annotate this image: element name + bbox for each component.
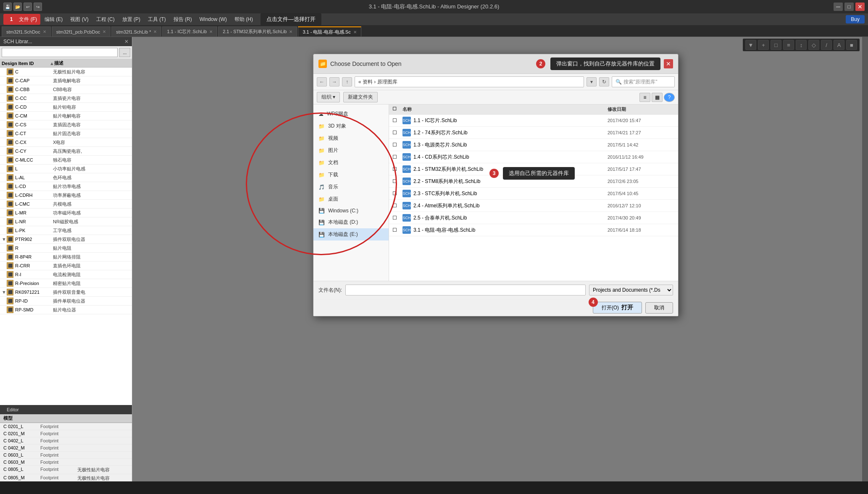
view-icons-btn[interactable]: ▦ <box>652 93 663 102</box>
library-item[interactable]: ⬛ C 无极性贴片电容 <box>0 68 132 76</box>
tab-close-3[interactable]: ✕ <box>209 29 213 34</box>
file-item[interactable]: ☐ SCH 1.1 - IC芯片.SchLib 2017/4/20 15:47 <box>389 115 678 127</box>
nav-item[interactable]: 📁视频 <box>313 132 389 144</box>
library-item[interactable]: ⬛ L-AL 色环电感 <box>0 173 132 182</box>
library-item[interactable]: ⬛ R-8P4R 贴片网络排阻 <box>0 253 132 261</box>
filename-input[interactable] <box>345 285 586 295</box>
library-item[interactable]: ⬛ RP-ID 插件单联电位器 <box>0 297 132 306</box>
toolbar-save[interactable]: 💾 <box>3 3 12 11</box>
menu-help[interactable]: 帮助 (H) <box>231 15 256 24</box>
file-checkbox[interactable]: ☐ <box>392 118 402 123</box>
menu-place[interactable]: 放置 (P) <box>119 15 144 24</box>
file-checkbox[interactable]: ☐ <box>392 215 402 221</box>
nav-item[interactable]: 📁3D 对象 <box>313 120 389 132</box>
organize-btn[interactable]: 组织 ▾ <box>317 92 340 102</box>
library-item[interactable]: ⬛ R-CRR 直插色环电阻 <box>0 261 132 270</box>
file-item[interactable]: ☐ SCH 3.1 - 电阻-电容-电感.SchLib 2017/6/14 18… <box>389 224 678 236</box>
filetype-select[interactable]: Projects and Documents (*.Ds <box>589 285 673 295</box>
library-item[interactable]: ⬛ R-I 电流检测电阻 <box>0 270 132 279</box>
nav-item[interactable]: 📁下载 <box>313 169 389 181</box>
panel-close-icon[interactable]: ✕ <box>124 39 129 44</box>
search-box[interactable]: 🔍 搜索"原理图库" <box>612 76 675 87</box>
library-item[interactable]: ⬛ R-Precision 精密贴片电阻 <box>0 279 132 288</box>
library-item[interactable]: ⬛ L 小功率贴片电感 <box>0 165 132 173</box>
file-checkbox[interactable]: ☐ <box>392 154 402 160</box>
new-folder-btn[interactable]: 新建文件夹 <box>343 92 378 102</box>
view-help-btn[interactable]: ? <box>664 93 675 102</box>
tab-0[interactable]: stm32f1.SchDoc✕ <box>2 26 51 37</box>
nav-item[interactable]: ☁WPS网盘 <box>313 108 389 120</box>
library-item[interactable]: ⬛ C-CS 直插固态电容 <box>0 120 132 129</box>
nav-item[interactable]: 📁桌面 <box>313 193 389 205</box>
file-checkbox[interactable]: ☐ <box>392 166 402 172</box>
dialog-close-btn[interactable]: ✕ <box>664 59 673 68</box>
library-item[interactable]: ⬛ L-NR NR磁胶电感 <box>0 217 132 226</box>
tab-close-4[interactable]: ✕ <box>289 29 292 34</box>
tab-5[interactable]: 3.1 - 电阻-电容-电感.Sc✕ <box>298 26 361 37</box>
search-button[interactable]: ... <box>119 48 130 57</box>
library-item[interactable]: ⬛ C-CM 贴片电解电容 <box>0 112 132 120</box>
cancel-button[interactable]: 取消 <box>645 302 673 314</box>
file-item[interactable]: ☐ SCH 1.2 - 74系列芯片.SchLib 2017/4/21 17:2… <box>389 127 678 139</box>
toolbar-open[interactable]: 📂 <box>13 3 22 11</box>
library-item[interactable]: ⬛ C-CY 高压陶瓷电容, <box>0 147 132 156</box>
toolbar-redo[interactable]: ↪ <box>34 3 42 11</box>
file-item[interactable]: ☐ SCH 2.3 - STC系列单片机.SchLib 2017/5/4 10:… <box>389 188 678 200</box>
file-checkbox[interactable]: ☐ <box>392 227 402 233</box>
maximize-btn[interactable]: □ <box>844 3 854 11</box>
tab-4[interactable]: 2.1 - STM32系列单片机.SchLib✕ <box>218 26 297 37</box>
tab-close-0[interactable]: ✕ <box>43 29 46 34</box>
menu-project[interactable]: 工程 (C) <box>93 15 118 24</box>
library-item[interactable]: ▼ ⬛ RK0971221 插件双联音量电 <box>0 288 132 297</box>
menu-view[interactable]: 视图 (V) <box>67 15 92 24</box>
tab-close-1[interactable]: ✕ <box>103 29 106 34</box>
open-button[interactable]: 打开(O) 打开 <box>593 302 642 314</box>
file-item[interactable]: ☐ SCH 1.4 - CD系列芯片.SchLib 2016/11/12 16:… <box>389 151 678 163</box>
file-item[interactable]: ☐ SCH 1.3 - 电源类芯片.SchLib 2017/5/1 14:42 <box>389 139 678 151</box>
tab-2[interactable]: stm32f1.SchLib *✕ <box>111 26 161 37</box>
menu-tools[interactable]: 工具 (T) <box>145 15 169 24</box>
minimize-btn[interactable]: ─ <box>834 3 843 11</box>
file-item[interactable]: ☐ SCH 2.5 - 合泰单片机.SchLib 2017/4/30 20:49 <box>389 212 678 224</box>
library-item[interactable]: ⬛ C-MLCC 独石电容 <box>0 156 132 165</box>
tab-close-5[interactable]: ✕ <box>353 30 357 34</box>
file-checkbox[interactable]: ☐ <box>392 178 402 184</box>
file-checkbox[interactable]: ☐ <box>392 142 402 148</box>
library-item[interactable]: ⬛ C-CD 贴片钽电容 <box>0 103 132 112</box>
buy-button[interactable]: Buy <box>846 15 865 24</box>
library-item[interactable]: ⬛ R 贴片电阻 <box>0 244 132 253</box>
nav-item[interactable]: 📁文档 <box>313 157 389 169</box>
nav-item[interactable]: 🎵音乐 <box>313 181 389 193</box>
toolbar-undo[interactable]: ↩ <box>24 3 32 11</box>
file-checkbox[interactable]: ☐ <box>392 191 402 196</box>
nav-up-btn[interactable]: ↑ <box>342 77 352 86</box>
library-item[interactable]: ⬛ L-MR 功率磁环电感 <box>0 209 132 217</box>
address-path[interactable]: « 资料 › 原理图库 <box>355 76 584 87</box>
menu-edit[interactable]: 编辑 (E) <box>41 15 66 24</box>
nav-refresh-btn[interactable]: ↻ <box>599 77 609 86</box>
library-item[interactable]: ⬛ C-CAP 直插电解电容 <box>0 76 132 85</box>
menu-report[interactable]: 报告 (R) <box>170 15 195 24</box>
library-item[interactable]: ⬛ L-CDRH 功率屏蔽电感 <box>0 191 132 200</box>
menu-window[interactable]: Window (W) <box>196 16 230 23</box>
tab-close-2[interactable]: ✕ <box>153 29 157 34</box>
library-item[interactable]: ▼ ⬛ PTR902 插件双联电位器 <box>0 235 132 244</box>
library-item[interactable]: ⬛ C-CX X电容 <box>0 138 132 147</box>
library-item[interactable]: ⬛ L-CMC 共模电感 <box>0 200 132 209</box>
nav-item[interactable]: 📁图片 <box>313 144 389 157</box>
tab-3[interactable]: 1.1 - IC芯片.SchLib✕ <box>162 26 217 37</box>
nav-back-btn[interactable]: ← <box>317 77 327 86</box>
file-checkbox[interactable]: ☐ <box>392 203 402 209</box>
library-item[interactable]: ⬛ RP-SMD 贴片电位器 <box>0 306 132 314</box>
editor-tab[interactable]: Editor <box>2 406 24 413</box>
library-item[interactable]: ⬛ C-CT 贴片固态电容 <box>0 129 132 138</box>
view-list-btn[interactable]: ≡ <box>639 93 650 102</box>
nav-item[interactable]: 💾Windows (C:) <box>313 205 389 216</box>
search-input[interactable] <box>2 48 118 57</box>
file-checkbox[interactable]: ☐ <box>392 130 402 136</box>
close-btn[interactable]: ✕ <box>855 3 865 11</box>
nav-item[interactable]: 💾本地磁盘 (D:) <box>313 216 389 228</box>
library-item[interactable]: ⬛ C-CC 直插瓷片电容 <box>0 94 132 103</box>
library-item[interactable]: ⬛ L-PK 工字电感 <box>0 226 132 235</box>
library-item[interactable]: ⬛ L-CD 贴片功率电感 <box>0 182 132 191</box>
